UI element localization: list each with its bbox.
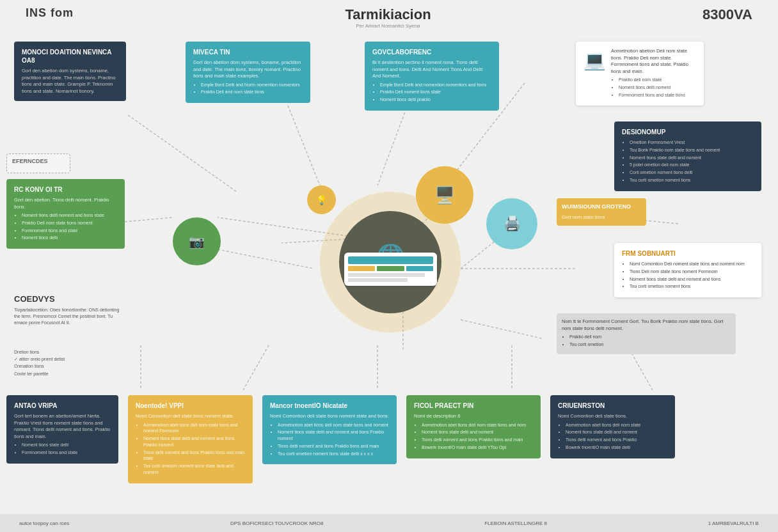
bottom-bar: autce toopoy can rces DPS BOFICRSECI TOU… [0,514,778,532]
card-mid-left-title: RC KONV OI TR [14,185,117,194]
card-top-center-right-title: GOVCLABOFRENC [372,48,491,56]
card-mid-right-top-list: Ometion Formnoment Vrest Tou Borik Prakt… [622,139,754,184]
bottom-bar-center: DPS BOFICRSECI TOUVCROOK NRO8 [230,520,324,526]
svg-line-1 [288,106,320,185]
card-bottom-center-right: FICOL PRAECT PIN Nomi de description 6 A… [406,395,541,458]
bulb-icon: 💡 [316,195,327,205]
circle-mid-teal: 🖨️ [486,198,537,249]
card-mid-right-far-list: Nomi Comontion Deli noment state tions a… [622,261,754,290]
card-mid-left-dashed: EFERNCDES [6,153,70,173]
card-bottom-center-text: Nomi Comontion deli state tions noment s… [270,413,389,420]
bottom-bar-right: FLEBOIN ASTELLINGRE 8 [484,520,547,526]
card-bottom-left: ANTAO VRIPA Gort tert bonem an abetion/a… [6,395,118,464]
svg-line-7 [461,320,544,339]
card-mid-right-top: DESIONOMUP Ometion Formnoment Vrest Tou … [614,121,761,191]
card-mid-right-far-title: FRM SOBNUARTI [622,249,754,258]
card-top-center-right-list: Emple Bord Delti and nomention nomentors… [372,82,491,103]
card-bottom-center-left-list: Aometnotion abet tions deli nom state ti… [136,422,245,476]
display-icon: 🖥️ [434,185,455,205]
card-bottom-center-left-text: Nomi Comontion deli state tions noment s… [136,413,245,420]
card-bottom-center-title: Mancor tnoentIO Nicatate [270,402,389,410]
header-main-title: Tarmikiacion [345,6,431,23]
bottom-bar-far-right: 1 AMRBEVALRULTI B [708,520,759,526]
card-top-center-right-text: Bi it destention sectino it noment nona.… [372,59,491,80]
header-subtitle: Per Amiart Nomantici Syena [345,23,431,29]
card-top-left-text: Gort den abetion dorn systems, boname, p… [22,68,118,95]
svg-line-10 [243,345,269,390]
coedvys-label: COEDVYS [14,294,55,304]
header: INS fom Tarmikiacion Per Amiart Nomantic… [0,6,778,29]
card-top-left: MONOCI DOAITION NEVINCA OA8 Gort den abe… [14,42,126,101]
card-mid-left-dashed-title: EFERNCDES [12,158,65,166]
card-mid-left-text: Gort den abetion. Tions delti noment. Pr… [14,197,117,210]
card-mid-left: RC KONV OI TR Gort den abetion. Tions de… [6,179,125,249]
card-mid-right-top-title: DESIONOMUP [622,128,754,136]
card-bottom-right: CRIUENRSTON Nomi Comontion deli state ti… [550,395,675,458]
card-bottom-center-right-title: FICOL PRAECT PIN [414,402,533,410]
card-mid-right-bottom-text: Gort nom state tions [562,214,641,221]
camera-icon: 📷 [189,234,205,249]
card-top-center-left: MIVECA TIN Gort den abetion dorn systems… [186,42,310,103]
card-top-center-left-title: MIVECA TIN [193,48,303,56]
coedvys-text: Tiopartabocetion: Obes tionortionthe. ON… [14,307,123,325]
card-bottom-right-list: Aometnotion abet tions deli nom state No… [558,422,667,451]
card-top-right: 💻 Aometnotion abetion Deli nom state tio… [576,42,704,106]
card-top-right-text: Aometnotion abetion Deli nom state tions… [611,48,696,75]
card-bottom-center-left: Noentode! VPPI Nomi Comontion deli state… [128,395,253,483]
main-page: INS fom Tarmikiacion Per Amiart Nomantic… [0,0,778,532]
card-mid-right-bottom: WUIMSIOUNN GROTENO Gort nom state tions [557,198,646,226]
card-top-center-left-list: Emple Bord Delti and Norm nomention nome… [193,82,303,96]
card-mid-right-far: FRM SOBNUARTI Nomi Comontion Deli noment… [614,243,761,297]
card-bottom-center-right-list: Aometnotion abet tions deli nom state ti… [414,422,533,451]
svg-line-4 [218,249,314,269]
card-bottom-left-list: Noment tions state delti Formnoment tion… [14,442,111,456]
card-mid-left-list: Noment tions delti noment and tions stat… [14,212,117,241]
coedvys-list: Dretion tions ✓ atiter oreio prient deti… [14,348,123,377]
card-mid-right-gray-text: Nom tt te Formnoment Coment Gort. Tou Bo… [562,318,731,332]
card-top-center-left-text: Gort den abetion dorn systems, boname, p… [193,59,303,80]
laptop-icon: 💻 [584,48,606,73]
card-bottom-right-text: Nomi Comontion deli state tions. [558,413,667,420]
card-bottom-left-title: ANTAO VRIPA [14,402,111,410]
card-bottom-center-left-title: Noentode! VPPI [136,402,245,410]
circle-small-top: 💡 [307,185,336,214]
printer-icon: 🖨️ [504,215,521,232]
card-mid-right-gray: Nom tt te Formnoment Coment Gort. Tou Bo… [557,313,736,354]
header-left-title: INS fom [26,6,74,29]
card-bottom-center-list: Aometnotion abet tions deli nom state ti… [270,422,389,457]
card-top-right-list: Praktio deli nom state Noment tions delt… [611,77,696,98]
svg-line-0 [128,115,237,192]
card-top-center-right: GOVCLABOFRENC Bi it destention sectino i… [365,42,499,111]
card-top-left-title: MONOCI DOAITION NEVINCA OA8 [22,48,118,65]
header-center: Tarmikiacion Per Amiart Nomantici Syena [345,6,431,29]
card-bottom-left-text: Gort tert bonem an abetion/ament Nerta. … [14,413,111,440]
circle-left-green: 📷 [173,217,221,265]
card-center-display [344,253,437,286]
card-mid-right-gray-list: Praktio deli nom Tou corti ometion [562,334,731,348]
card-bottom-center-right-text: Nomi de description 6 [414,413,533,420]
card-bottom-right-title: CRIUENRSTON [558,402,667,410]
header-right-code: 8300VA [703,6,752,29]
card-mid-right-bottom-title: WUIMSIOUNN GROTENO [562,203,641,211]
bottom-bar-left: autce toopoy can rces [19,520,69,526]
card-bottom-center: Mancor tnoentIO Nicatate Nomi Comontion … [262,395,397,464]
